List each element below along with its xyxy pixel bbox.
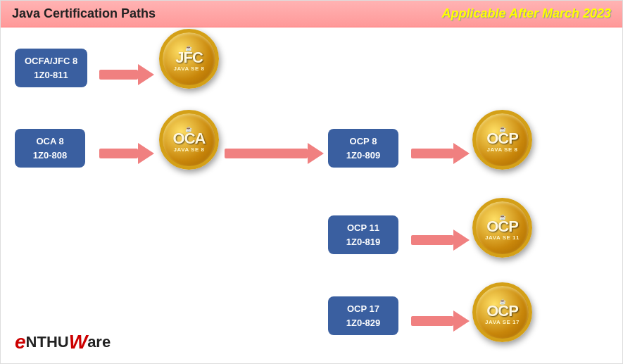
svg-rect-5 — [225, 149, 308, 158]
medal-oca: ☕ OCA JAVA SE 8 — [159, 110, 219, 170]
box-ocp11: OCP 11 1Z0-819 — [328, 215, 398, 254]
page-container: Java Certification Paths Applicable Afte… — [0, 0, 623, 364]
medal-ocp8: ☕ OCP JAVA SE 8 — [472, 110, 532, 170]
svg-marker-2 — [138, 64, 154, 85]
medal-ocp11: ☕ OCP JAVA SE 11 — [472, 198, 532, 258]
arrow-ocp11-medal — [411, 228, 472, 255]
arrow-oca-ocp8 — [225, 142, 327, 168]
arrow-ocp17-medal — [411, 309, 472, 336]
header: Java Certification Paths Applicable Afte… — [1, 1, 622, 27]
logo-are: are — [87, 333, 111, 351]
box-ocp17: OCP 17 1Z0-829 — [328, 296, 398, 335]
medal-jfc: ☕ JFC JAVA SE 8 — [159, 29, 219, 89]
svg-marker-8 — [453, 143, 470, 164]
header-subtitle: Applicable After March 2023 — [442, 6, 611, 21]
page-title: Java Certification Paths — [12, 6, 156, 21]
svg-marker-10 — [453, 230, 470, 251]
svg-marker-12 — [453, 310, 470, 332]
svg-rect-1 — [99, 70, 138, 80]
arrow-oca — [99, 142, 156, 168]
arrow-jfc — [99, 63, 156, 89]
logo-nthu: NTHU — [26, 333, 69, 351]
svg-rect-9 — [411, 235, 453, 245]
svg-marker-4 — [138, 143, 154, 164]
enthuware-logo: e NTHU W are — [15, 331, 111, 353]
box-ocp8: OCP 8 1Z0-809 — [328, 129, 398, 168]
svg-marker-6 — [308, 143, 324, 164]
logo-e: e — [15, 331, 26, 353]
svg-rect-7 — [411, 149, 453, 158]
box-oca: OCA 8 1Z0-808 — [15, 129, 85, 168]
medal-ocp17: ☕ OCP JAVA SE 17 — [472, 282, 532, 342]
svg-rect-11 — [411, 316, 453, 326]
logo-w: W — [69, 331, 87, 353]
box-jfc: OCFA/JFC 8 1Z0-811 — [15, 49, 87, 87]
svg-rect-3 — [99, 149, 138, 158]
arrow-ocp8-medal — [411, 142, 472, 168]
